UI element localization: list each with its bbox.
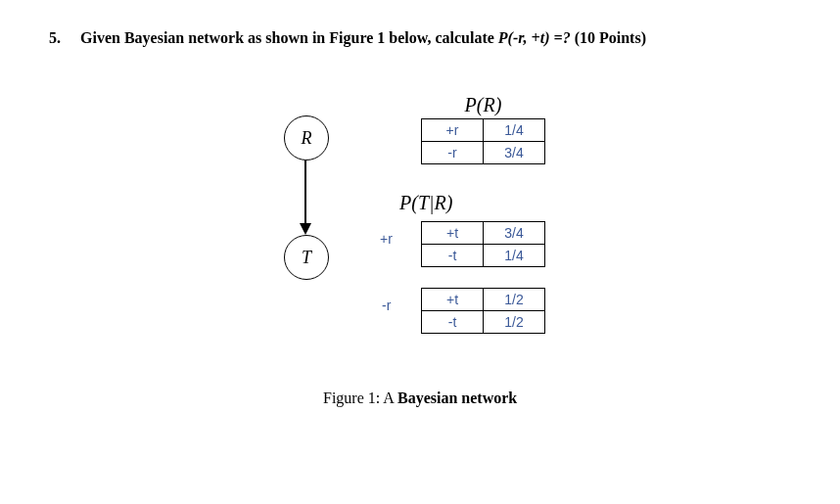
p-t-r-block: P(T|R) <box>399 192 452 216</box>
question-formula: P(-r, +t) =? <box>498 29 571 46</box>
cond-label-plus-r: +r <box>380 231 393 247</box>
table-row: -t 1/4 <box>422 245 545 267</box>
ptr1-row1-value: 1/4 <box>484 245 545 267</box>
ptr2-row1-label: -t <box>422 311 484 334</box>
ptr2-row0-label: +t <box>422 289 484 311</box>
node-t: T <box>284 235 329 280</box>
table-row: +t 3/4 <box>422 222 545 245</box>
p-r-table: +r 1/4 -r 3/4 <box>421 118 545 164</box>
question-number: 5. <box>49 29 76 47</box>
node-r-label: R <box>302 128 312 149</box>
question-points: (10 Points) <box>571 29 646 46</box>
pr-row1-value: 3/4 <box>484 142 545 164</box>
table-row: +r 1/4 <box>422 119 545 142</box>
caption-bold: Bayesian network <box>397 389 517 406</box>
p-t-r-title: P(T|R) <box>399 192 452 214</box>
table-row: +t 1/2 <box>422 289 545 311</box>
pr-row0-label: +r <box>422 119 484 142</box>
figure-area: R T P(R) +r 1/4 -r 3/4 P(T|R) +r <box>264 106 791 429</box>
ptr-minus-r-table: +t 1/2 -t 1/2 <box>421 288 545 334</box>
ptr1-row1-label: -t <box>422 245 484 267</box>
ptr-plus-r-table-block: +t 3/4 -t 1/4 <box>421 221 545 267</box>
node-t-label: T <box>302 248 311 268</box>
p-r-title: P(R) <box>421 94 545 116</box>
caption-prefix: Figure 1: A <box>323 389 397 406</box>
question-prefix: Given Bayesian network as shown in Figur… <box>80 29 498 46</box>
question-text: 5. Given Bayesian network as shown in Fi… <box>49 29 791 47</box>
pr-row0-value: 1/4 <box>484 119 545 142</box>
pr-row1-label: -r <box>422 142 484 164</box>
ptr-minus-r-table-block: +t 1/2 -t 1/2 <box>421 288 545 334</box>
p-r-table-block: P(R) +r 1/4 -r 3/4 <box>421 94 545 164</box>
node-r: R <box>284 115 329 160</box>
ptr-plus-r-table: +t 3/4 -t 1/4 <box>421 221 545 267</box>
table-row: -t 1/2 <box>422 311 545 334</box>
ptr2-row1-value: 1/2 <box>484 311 545 334</box>
ptr1-row0-value: 3/4 <box>484 222 545 245</box>
cond-label-minus-r: -r <box>382 298 391 313</box>
table-row: -r 3/4 <box>422 142 545 164</box>
ptr1-row0-label: +t <box>422 222 484 245</box>
ptr2-row0-value: 1/2 <box>484 289 545 311</box>
figure-caption: Figure 1: A Bayesian network <box>323 389 517 407</box>
arrow-r-to-t <box>300 160 311 235</box>
